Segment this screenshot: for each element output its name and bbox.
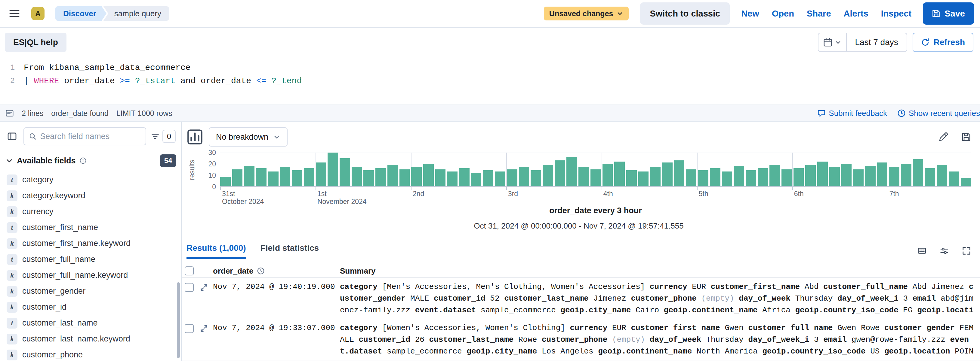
histogram-bar[interactable] [566, 157, 577, 186]
histogram-bar[interactable] [889, 167, 899, 186]
table-row[interactable]: Nov 7, 2024 @ 19:40:19.000category [Men'… [182, 278, 980, 319]
histogram-bar[interactable] [877, 163, 888, 186]
histogram-bar[interactable] [865, 166, 876, 186]
switch-to-classic-button[interactable]: Switch to classic [640, 2, 730, 25]
date-picker-toggle[interactable] [818, 33, 847, 51]
save-button[interactable]: Save [923, 2, 974, 25]
histogram-bar[interactable] [758, 168, 768, 186]
field-item-customer_id[interactable]: kcustomer_id [0, 299, 181, 315]
field-item-category[interactable]: tcategory [0, 172, 181, 188]
histogram-bar[interactable] [363, 170, 374, 186]
chart-options-icon[interactable] [186, 128, 203, 146]
save-visualization-icon[interactable] [961, 132, 971, 142]
histogram-bar[interactable] [913, 159, 923, 186]
menu-icon[interactable] [8, 8, 21, 19]
histogram-bar[interactable] [435, 169, 446, 186]
histogram-bar[interactable] [268, 171, 278, 186]
info-icon[interactable] [80, 157, 87, 164]
histogram-bar[interactable] [770, 165, 780, 186]
nav-link-share[interactable]: Share [807, 9, 831, 19]
histogram-bar[interactable] [614, 162, 625, 186]
histogram-bar[interactable] [949, 171, 959, 186]
field-item-customer_last_name[interactable]: tcustomer_last_name [0, 315, 181, 331]
esql-editor[interactable]: 1From kibana_sample_data_ecommerce2| WHE… [0, 57, 980, 104]
histogram-bar[interactable] [626, 170, 637, 186]
histogram-bar[interactable] [650, 167, 660, 186]
histogram-bar[interactable] [842, 164, 852, 186]
histogram-bar[interactable] [256, 168, 267, 186]
histogram-bar[interactable] [925, 168, 935, 186]
histogram-bar[interactable] [853, 169, 864, 186]
row-checkbox[interactable] [185, 324, 194, 333]
field-item-customer_phone[interactable]: kcustomer_phone [0, 347, 181, 361]
display-options-icon[interactable] [940, 246, 949, 255]
field-item-customer_gender[interactable]: kcustomer_gender [0, 283, 181, 299]
histogram-bar[interactable] [375, 168, 386, 186]
field-item-customer_first_name[interactable]: tcustomer_first_name [0, 220, 181, 236]
fullscreen-icon[interactable] [962, 246, 971, 255]
field-item-customer_first_name.keyword[interactable]: kcustomer_first_name.keyword [0, 236, 181, 252]
histogram-bar[interactable] [316, 163, 326, 186]
histogram-bar[interactable] [328, 152, 338, 186]
histogram-bar[interactable] [542, 165, 553, 186]
table-row[interactable]: Nov 7, 2024 @ 19:33:07.000category [Wome… [182, 319, 980, 360]
histogram-bar[interactable] [352, 167, 362, 186]
histogram-bar[interactable] [387, 165, 398, 186]
histogram-bar[interactable] [447, 171, 458, 186]
histogram-bar[interactable] [961, 178, 971, 186]
histogram-bar[interactable] [698, 170, 708, 186]
tab-field-statistics[interactable]: Field statistics [261, 243, 319, 259]
histogram-bar[interactable] [304, 168, 314, 186]
edit-visualization-icon[interactable] [939, 132, 948, 142]
histogram-bar[interactable] [662, 163, 673, 186]
grid-density-icon[interactable] [918, 246, 926, 255]
histogram-bar[interactable] [399, 169, 410, 186]
histogram-bar[interactable] [531, 170, 541, 186]
breakdown-select[interactable]: No breakdown [209, 127, 288, 147]
tab-results[interactable]: Results (1,000) [186, 243, 246, 259]
histogram-bar[interactable] [674, 160, 685, 186]
histogram-bar[interactable] [937, 165, 947, 186]
histogram-bar[interactable] [507, 169, 517, 186]
recent-queries-link[interactable]: Show recent queries [897, 109, 980, 118]
histogram-bar[interactable] [603, 164, 613, 186]
histogram-bar[interactable] [746, 170, 756, 186]
histogram-bar[interactable] [733, 166, 744, 186]
unsaved-changes-badge[interactable]: Unsaved changes [544, 6, 629, 21]
histogram-bar[interactable] [244, 166, 255, 186]
field-item-currency[interactable]: kcurrency [0, 204, 181, 220]
editor-line[interactable]: 1From kibana_sample_data_ecommerce [0, 61, 980, 74]
field-item-customer_last_name.keyword[interactable]: kcustomer_last_name.keyword [0, 331, 181, 347]
refresh-button[interactable]: Refresh [913, 33, 974, 52]
space-avatar[interactable]: A [31, 7, 45, 20]
order-date-column-header[interactable]: order_date [213, 266, 253, 276]
histogram-bar[interactable] [292, 170, 302, 186]
histogram-bar[interactable] [555, 160, 565, 186]
histogram-bar[interactable] [817, 162, 828, 186]
field-filter-button[interactable]: 0 [150, 130, 177, 143]
histogram-bar[interactable] [829, 167, 840, 186]
collapse-sidebar-icon[interactable] [4, 128, 20, 144]
select-all-checkbox[interactable] [185, 266, 194, 276]
histogram-bar[interactable] [495, 171, 505, 186]
histogram-bar[interactable] [423, 164, 434, 186]
histogram-bar[interactable] [794, 168, 804, 186]
breadcrumb-discover[interactable]: Discover [55, 6, 107, 21]
field-item-customer_full_name[interactable]: tcustomer_full_name [0, 252, 181, 267]
editor-line[interactable]: 2| WHERE order_date >= ?_tstart and orde… [0, 74, 980, 88]
histogram-bar[interactable] [578, 167, 589, 186]
sidebar-scrollbar[interactable] [177, 282, 180, 358]
expand-document-icon[interactable] [200, 283, 208, 291]
histogram-bar[interactable] [280, 167, 291, 186]
nav-link-new[interactable]: New [741, 9, 759, 19]
histogram-bar[interactable] [459, 168, 469, 186]
histogram-bar[interactable] [220, 177, 231, 186]
histogram-bar[interactable] [686, 169, 696, 186]
row-checkbox[interactable] [185, 283, 194, 292]
expand-document-icon[interactable] [200, 325, 208, 333]
time-range-value[interactable]: Last 7 days [847, 38, 907, 47]
histogram-bar[interactable] [781, 169, 792, 186]
histogram-bar[interactable] [805, 165, 816, 186]
histogram-bar[interactable] [638, 171, 649, 186]
chevron-down-icon[interactable] [5, 157, 13, 165]
